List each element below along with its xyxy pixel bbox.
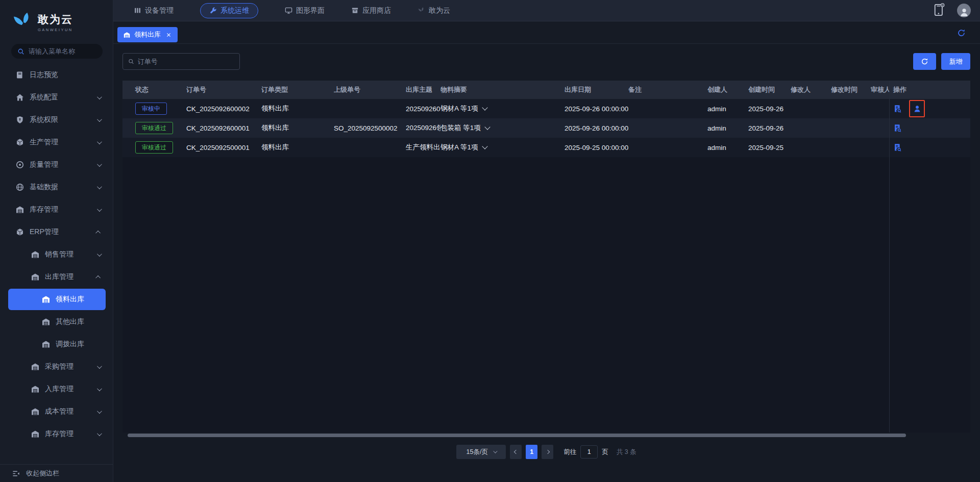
globe-icon — [16, 183, 24, 191]
chevron-down-icon — [97, 251, 102, 257]
nav-item-app-store[interactable]: 应用商店 — [351, 6, 391, 15]
cell-creator: admin — [707, 118, 748, 138]
goto-page-input[interactable] — [580, 445, 598, 459]
view-document-icon[interactable] — [893, 143, 901, 151]
chevron-up-icon — [95, 275, 101, 280]
col-modifier: 修改人 — [791, 81, 831, 99]
chevron-down-icon — [97, 162, 102, 167]
cell-parent-no — [334, 99, 406, 118]
next-page-button[interactable] — [542, 445, 553, 459]
prev-page-button[interactable] — [510, 445, 522, 459]
sidebar-item-material-outbound-active[interactable]: 领料出库 — [8, 289, 106, 310]
warehouse-icon — [31, 385, 39, 393]
table-row[interactable]: 审核通过 CK_2025092600001 领料出库 SO_2025092500… — [122, 118, 970, 138]
book-icon — [16, 71, 24, 79]
cell-auditor — [871, 99, 890, 118]
nav-item-graphic-ui[interactable]: 图形界面 — [285, 6, 325, 15]
sidebar-item-label: 系统配置 — [30, 93, 58, 102]
home-icon — [16, 93, 24, 102]
warehouse-icon — [31, 363, 39, 371]
monitor-icon — [285, 7, 292, 14]
col-auditor: 审核人 — [871, 81, 890, 99]
sidebar-item-system-permission[interactable]: 系统权限 — [0, 109, 113, 131]
sidebar-item-outbound-mgmt[interactable]: 出库管理 — [0, 266, 113, 288]
cell-order-type: 领料出库 — [261, 118, 334, 138]
chevron-down-icon — [493, 449, 497, 453]
cell-remark — [628, 99, 707, 118]
cell-created: 2025-09-26 — [748, 118, 791, 138]
menu-search-placeholder: 请输入菜单名称 — [29, 47, 75, 56]
refresh-page-icon[interactable] — [957, 29, 966, 37]
grid-icon — [134, 7, 141, 14]
shield-icon — [16, 116, 24, 124]
sidebar-item-label: 领料出库 — [56, 295, 84, 304]
view-document-icon[interactable] — [893, 105, 901, 113]
menu-search-input[interactable]: 请输入菜单名称 — [11, 44, 103, 59]
sidebar-item-basic-data[interactable]: 基础数据 — [0, 176, 113, 198]
cell-order-type: 领料出库 — [261, 99, 334, 118]
cell-modifier — [791, 118, 831, 138]
status-badge: 审核通过 — [135, 141, 173, 154]
col-creator: 创建人 — [707, 81, 748, 99]
nav-item-device-mgmt[interactable]: 设备管理 — [134, 6, 174, 15]
sidebar-item-label: 销售管理 — [45, 250, 74, 259]
page-size-select[interactable]: 15条/页 — [456, 445, 506, 459]
assign-auditor-icon[interactable] — [913, 105, 921, 113]
order-search-box[interactable] — [122, 53, 240, 70]
warehouse-icon — [31, 430, 39, 438]
user-avatar[interactable] — [957, 4, 971, 17]
sidebar-item-inventory-mgmt[interactable]: 库存管理 — [0, 198, 113, 221]
cell-creator: admin — [707, 138, 748, 157]
nav-item-system-ops-active[interactable]: 系统运维 — [200, 3, 258, 18]
chevron-down-icon[interactable] — [484, 124, 490, 130]
add-button[interactable]: 新增 — [941, 53, 970, 70]
chevron-down-icon — [97, 386, 102, 391]
butterfly-icon — [418, 7, 425, 14]
chevron-down-icon[interactable] — [482, 143, 487, 149]
table-header-row: 状态 订单号 订单类型 上级单号 出库主题 物料摘要 出库日期 备注 创建人 创… — [122, 81, 970, 99]
chevron-down-icon[interactable] — [482, 105, 487, 110]
cell-remark — [628, 118, 707, 138]
cell-order-type: 领料出库 — [261, 138, 334, 157]
refresh-table-button[interactable] — [913, 53, 936, 70]
cell-modifier — [791, 138, 831, 157]
close-icon[interactable] — [166, 32, 172, 38]
sidebar-item-erp-mgmt[interactable]: ERP管理 — [0, 221, 113, 243]
orders-table: 状态 订单号 订单类型 上级单号 出库主题 物料摘要 出库日期 备注 创建人 创… — [122, 81, 970, 433]
collapse-sidebar-button[interactable]: 收起侧边栏 — [0, 465, 113, 482]
sidebar-item-transfer-outbound[interactable]: 调拨出库 — [0, 333, 113, 356]
sidebar-item-system-config[interactable]: 系统配置 — [0, 86, 113, 109]
refresh-icon — [921, 58, 928, 65]
sidebar-item-inbound-mgmt[interactable]: 入库管理 — [0, 378, 113, 400]
sidebar-item-stock-mgmt[interactable]: 库存管理 — [0, 423, 113, 445]
horizontal-scrollbar[interactable] — [128, 434, 906, 437]
sidebar-item-cost-mgmt[interactable]: 成本管理 — [0, 400, 113, 423]
chevron-down-icon — [97, 364, 102, 369]
sidebar-item-sales-mgmt[interactable]: 销售管理 — [0, 243, 113, 266]
sidebar-item-purchase-mgmt[interactable]: 采购管理 — [0, 356, 113, 378]
search-icon — [128, 58, 134, 65]
cell-creator: admin — [707, 99, 748, 118]
col-actions: 操作 — [890, 81, 971, 99]
target-icon — [16, 161, 24, 169]
page-number-1[interactable]: 1 — [526, 445, 537, 459]
sidebar-item-label: 采购管理 — [45, 362, 74, 371]
cell-remark — [628, 138, 707, 157]
chevron-right-icon — [546, 450, 550, 454]
warehouse-icon — [31, 408, 39, 416]
nav-label: 系统运维 — [220, 6, 249, 15]
table-row[interactable]: 审核中 CK_2025092600002 领料出库 2025092601 钢材A… — [122, 99, 970, 118]
sidebar-item-log-preview[interactable]: 日志预览 — [0, 64, 113, 86]
sidebar-menu: 日志预览 系统配置 系统权限 生产管理 质量管理 — [0, 64, 113, 445]
tab-material-outbound[interactable]: 领料出库 — [117, 27, 178, 42]
view-document-icon[interactable] — [893, 124, 901, 132]
sidebar-item-production-mgmt[interactable]: 生产管理 — [0, 131, 113, 154]
chevron-down-icon — [97, 139, 102, 144]
sidebar-item-other-outbound[interactable]: 其他出库 — [0, 311, 113, 333]
mobile-device-button[interactable] — [934, 3, 945, 18]
order-search-input[interactable] — [138, 58, 234, 65]
sidebar-item-quality-mgmt[interactable]: 质量管理 — [0, 154, 113, 176]
sidebar-item-label: 成本管理 — [45, 407, 74, 416]
table-row[interactable]: 审核通过 CK_2025092500001 领料出库 生产领料出库 钢材A 等1… — [122, 138, 970, 157]
nav-item-ganweiyun[interactable]: 敢为云 — [418, 6, 450, 15]
